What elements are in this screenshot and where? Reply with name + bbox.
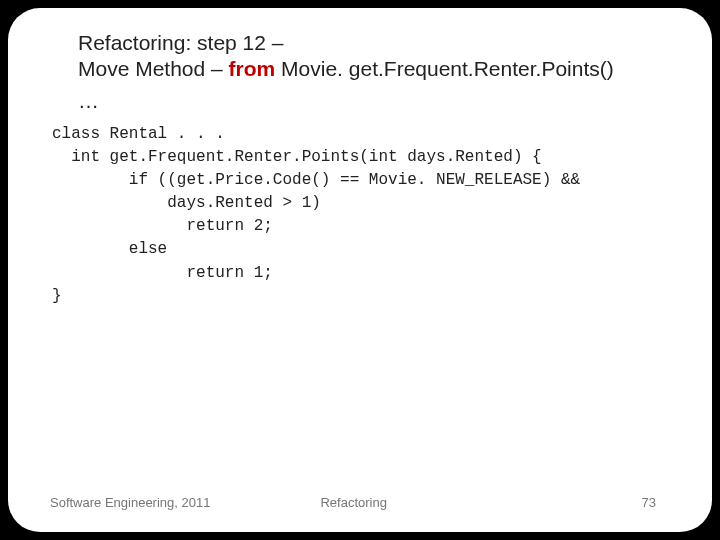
title-line2-post: Movie. get.Frequent.Renter.Points() <box>275 57 614 80</box>
continuation-ellipsis: … <box>78 89 676 113</box>
code-block: class Rental . . . int get.Frequent.Rent… <box>52 123 676 496</box>
footer: Software Engineering, 2011 Refactoring 7… <box>44 495 676 514</box>
title-line2-pre: Move Method – <box>78 57 229 80</box>
slide-title: Refactoring: step 12 – Move Method – fro… <box>78 30 676 83</box>
title-from-keyword: from <box>229 57 276 80</box>
footer-course: Software Engineering, 2011 <box>50 495 210 510</box>
slide: Refactoring: step 12 – Move Method – fro… <box>8 8 712 532</box>
footer-topic: Refactoring <box>320 495 386 510</box>
page-number: 73 <box>642 495 656 510</box>
title-line1: Refactoring: step 12 – <box>78 31 283 54</box>
